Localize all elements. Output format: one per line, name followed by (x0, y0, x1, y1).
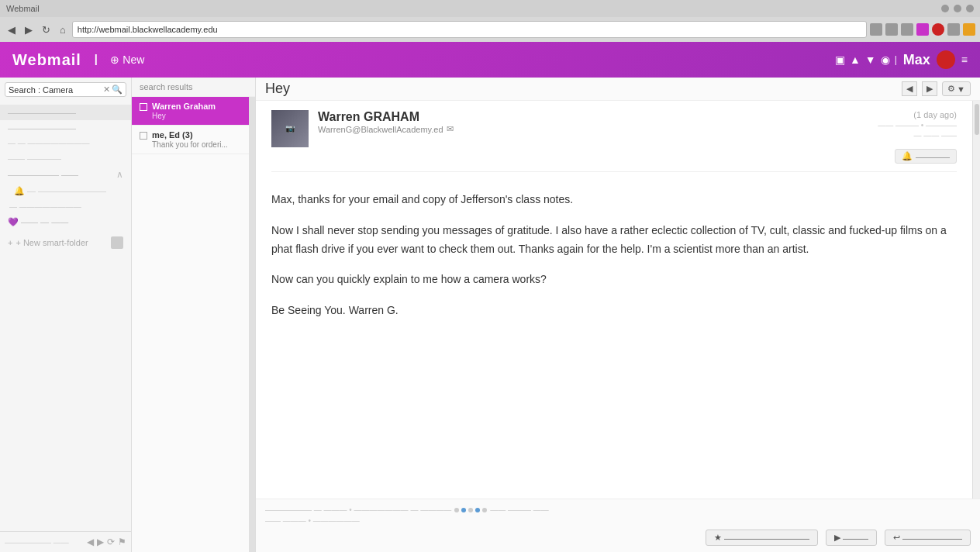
next-page-icon[interactable]: ▶ (97, 536, 104, 547)
window-controls (941, 5, 974, 12)
sidebar-bottom: —————— —— ◀ ▶ ⟳ ⚑ (0, 531, 131, 552)
result-item-1[interactable]: me, Ed (3) Thank you for orderi... (132, 126, 249, 154)
reload-button[interactable]: ↻ (39, 22, 53, 37)
minimize-button[interactable] (941, 5, 949, 12)
star-button[interactable]: ★ —————————— (706, 530, 818, 546)
sidebar-group-label: —————— —— (8, 170, 78, 179)
search-results-panel: search results Warren Graham Hey me, Ed … (132, 78, 256, 552)
user-avatar[interactable] (937, 50, 955, 69)
result-sender-1: me, Ed (3) (152, 130, 241, 140)
triangle-down-icon[interactable]: ▼ (865, 53, 876, 66)
maximize-button[interactable] (954, 5, 961, 12)
sender-info: Warren GRAHAM WarrenG@BlackwellAcademy.e… (318, 110, 868, 134)
reply-label: ——————— (902, 533, 962, 543)
bar-icon: | (895, 54, 897, 65)
email-timestamp: (1 day ago) (878, 110, 957, 119)
sender-email: WarrenG@BlackwellAcademy.ed ✉ (318, 124, 868, 134)
browser-titlebar: Webmail (0, 0, 980, 17)
back-button[interactable]: ◀ (5, 22, 19, 37)
app-title: Webmail (12, 51, 81, 69)
search-results-header: search results (132, 78, 255, 97)
forward-icon: ▶ (834, 533, 840, 543)
sidebar-item-5[interactable]: — ———————— (0, 199, 131, 214)
sidebar-bottom-icons: ◀ ▶ ⟳ ⚑ (87, 536, 126, 547)
header-divider: I (94, 51, 98, 69)
result-list: Warren Graham Hey me, Ed (3) Thank you f… (132, 97, 249, 552)
email-scrollbar[interactable] (972, 101, 980, 499)
username-label: Max (903, 52, 930, 68)
prev-page-icon[interactable]: ◀ (87, 536, 94, 547)
next-email-button[interactable]: ▶ (922, 81, 937, 96)
prev-email-button[interactable]: ◀ (902, 81, 917, 96)
forward-button[interactable]: ▶ (22, 22, 36, 37)
sidebar-group-collapse-icon[interactable]: ∧ (116, 169, 123, 180)
header-right: ▣ ▲ ▼ ◉ | Max ≡ (835, 50, 968, 69)
menu-lines-icon[interactable]: ≡ (961, 53, 968, 66)
compose-icon[interactable]: ▣ (835, 53, 845, 66)
sidebar: Search : Camera ✕ 🔍 ———————— ———————— — … (0, 78, 132, 552)
email-view: Hey ◀ ▶ ⚙ ▼ 📷 (256, 78, 980, 552)
results-scrollbar[interactable] (249, 97, 255, 552)
add-folder-icon: + (8, 238, 12, 247)
result-content-0: Warren Graham Hey (152, 102, 241, 120)
reply-button[interactable]: ↩ ——————— (885, 530, 971, 546)
add-folder-settings-icon (111, 236, 123, 249)
sidebar-item-1[interactable]: ———————— (0, 120, 131, 136)
result-subject-1: Thank you for orderi... (152, 140, 241, 149)
flag-button[interactable]: 🔔 ———— (895, 149, 957, 164)
new-email-button[interactable]: ⊕ New (110, 53, 144, 66)
sidebar-item-0[interactable]: ———————— (0, 105, 131, 120)
circle-icon[interactable]: ◉ (881, 53, 890, 66)
footer-dots (454, 505, 487, 514)
sidebar-add-button[interactable]: + + New smart-folder (0, 233, 131, 252)
email-toolbar: Hey ◀ ▶ ⚙ ▼ (256, 78, 980, 101)
sidebar-group: —————— —— ∧ (0, 166, 131, 183)
sidebar-item-2[interactable]: — — ———————— (0, 136, 131, 150)
star-icon: ★ (714, 533, 722, 543)
email-meta-right: (1 day ago) —— ——— • ———— — —— —— 🔔 ———— (878, 110, 957, 164)
forward-button[interactable]: ▶ ——— (826, 530, 877, 546)
footer-sub-row: —— ——— • —————— (265, 516, 971, 525)
sidebar-item-6[interactable]: 💜 —— — —— (0, 214, 131, 230)
menu-icon (916, 23, 929, 36)
shield-icon[interactable]: ⚑ (118, 536, 126, 547)
home-button[interactable]: ⌂ (57, 22, 69, 37)
avatar-image: 📷 (271, 110, 309, 147)
search-bar[interactable]: Search : Camera ✕ 🔍 (5, 82, 126, 97)
sync-icon[interactable]: ⟳ (107, 536, 115, 547)
dot-1 (454, 508, 459, 512)
email-toolbar-right: ◀ ▶ ⚙ ▼ (902, 81, 971, 96)
sender-avatar: 📷 (271, 110, 309, 147)
email-footer: —————— — ——— • ——————— — ———— —— ——— —— … (256, 499, 980, 552)
search-submit-button[interactable]: 🔍 (112, 85, 122, 95)
triangle-up-icon[interactable]: ▲ (850, 53, 861, 66)
search-clear-button[interactable]: ✕ (103, 85, 110, 95)
dot-5 (482, 508, 487, 512)
email-para-2: Now can you quickly explain to me how a … (271, 271, 957, 289)
dot-2 (461, 508, 466, 512)
plugin-icon (885, 23, 898, 36)
email-footer-actions: ★ —————————— ▶ ——— ↩ ——————— (265, 530, 971, 546)
address-bar[interactable] (72, 21, 867, 38)
email-subject: Hey (265, 81, 290, 97)
result-checkbox-1[interactable] (140, 132, 147, 140)
star-label: —————————— (724, 533, 809, 543)
email-para-0: Max, thanks for your email and copy of J… (271, 191, 957, 209)
settings-dropdown-icon: ▼ (957, 85, 965, 94)
dot-3 (468, 508, 473, 512)
browser-title: Webmail (6, 4, 40, 13)
result-sender-0: Warren Graham (152, 102, 241, 111)
email-content: Max, thanks for your email and copy of J… (271, 185, 957, 339)
avatar-initials: 📷 (285, 124, 295, 133)
result-item-0[interactable]: Warren Graham Hey (132, 97, 249, 126)
sidebar-item-4[interactable]: 🔔 — ———————— (0, 183, 131, 199)
email-para-3: Be Seeing You. Warren G. (271, 302, 957, 320)
result-checkbox-0[interactable] (140, 103, 147, 111)
sidebar-nav: ———————— ———————— — — ———————— —— ———— —… (0, 102, 131, 531)
footer-meta-text: —————— — ——— • ——————— — ———— (265, 505, 451, 514)
sidebar-item-3[interactable]: —— ———— (0, 150, 131, 166)
close-button[interactable] (966, 5, 974, 12)
email-settings-button[interactable]: ⚙ ▼ (942, 81, 971, 96)
sidebar-bottom-label: —————— —— (5, 538, 69, 547)
footer-text-row: —————— — ——— • ——————— — ———— —— ——— —— (265, 505, 971, 514)
